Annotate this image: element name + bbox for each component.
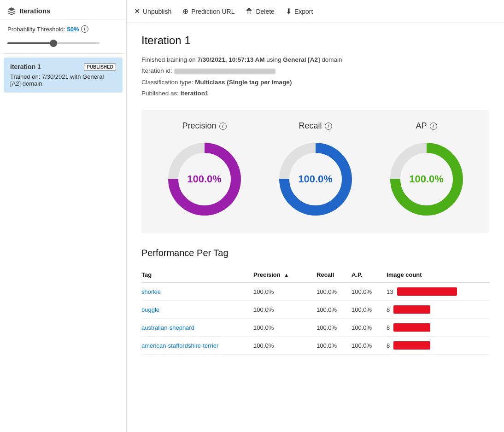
- delete-label: Delete: [256, 8, 274, 15]
- col-recall: Recall: [316, 268, 352, 282]
- table-row: australian-shephard100.0%100.0%100.0%8: [141, 319, 489, 337]
- recall-value: 100.0%: [316, 282, 352, 301]
- metric-card-precision: Precision i100.0%: [154, 121, 255, 218]
- donut-precision: 100.0%: [165, 140, 244, 218]
- sidebar: Iterations Probability Threshold: 50% i …: [0, 0, 127, 432]
- tag-link[interactable]: shorkie: [141, 288, 161, 295]
- performance-table: Tag Precision ▲ Recall A.P. Image count …: [141, 268, 489, 355]
- ap-value: 100.0%: [352, 319, 387, 337]
- published-badge: PUBLISHED: [84, 64, 116, 70]
- prediction-url-button[interactable]: ⊕ Prediction URL: [182, 5, 234, 18]
- tag-link[interactable]: american-staffordshire-terrier: [141, 342, 218, 349]
- iteration-name: Iteration 1: [10, 63, 41, 70]
- count-value: 8: [387, 306, 390, 313]
- col-spacer: [309, 268, 316, 282]
- tag-link[interactable]: australian-shephard: [141, 324, 194, 331]
- main-panel: ✕ Unpublish ⊕ Prediction URL 🗑 Delete ⬇ …: [127, 0, 504, 432]
- delete-icon: 🗑: [246, 7, 253, 16]
- precision-value: 100.0%: [253, 319, 309, 337]
- export-icon: ⬇: [286, 7, 292, 16]
- sidebar-title: Iterations: [19, 7, 51, 15]
- iteration-title: Iteration 1: [141, 34, 489, 47]
- ap-value: 100.0%: [352, 337, 387, 355]
- precision-value: 100.0%: [253, 282, 309, 301]
- metrics-section: Precision i100.0%Recall i100.0%AP i100.0…: [141, 110, 489, 233]
- count-bar: [393, 323, 430, 332]
- probability-label: Probability Threshold: 50% i: [7, 25, 119, 33]
- count-value: 8: [387, 324, 390, 331]
- export-button[interactable]: ⬇ Export: [286, 5, 313, 18]
- count-bar: [393, 341, 430, 350]
- count-cell: 8: [387, 337, 489, 355]
- count-value: 8: [387, 342, 390, 349]
- sidebar-header: Iterations: [0, 0, 126, 20]
- metric-card-ap: AP i100.0%: [376, 121, 477, 218]
- metric-info-icon-recall[interactable]: i: [325, 123, 332, 130]
- count-value: 13: [387, 288, 393, 295]
- globe-icon: ⊕: [182, 7, 188, 16]
- table-row: buggle100.0%100.0%100.0%8: [141, 301, 489, 319]
- content-area: Iteration 1 Finished training on 7/30/20…: [127, 23, 504, 432]
- count-cell: 8: [387, 301, 489, 319]
- table-row: american-staffordshire-terrier100.0%100.…: [141, 337, 489, 355]
- col-image-count: Image count: [387, 268, 489, 282]
- ap-value: 100.0%: [352, 282, 387, 301]
- precision-value: 100.0%: [253, 301, 309, 319]
- iteration-id-blurred: [174, 69, 275, 74]
- count-bar: [397, 287, 457, 296]
- table-row: shorkie100.0%100.0%100.0%13: [141, 282, 489, 301]
- slider-container: [7, 36, 119, 47]
- donut-value-recall: 100.0%: [298, 173, 333, 185]
- donut-ap: 100.0%: [387, 140, 466, 218]
- unpublish-button[interactable]: ✕ Unpublish: [134, 5, 171, 18]
- precision-value: 100.0%: [253, 337, 309, 355]
- recall-value: 100.0%: [316, 301, 352, 319]
- probability-section: Probability Threshold: 50% i: [0, 20, 126, 53]
- iteration-detail: Trained on: 7/30/2021 with General [A2] …: [10, 73, 116, 87]
- count-bar: [393, 305, 430, 314]
- recall-value: 100.0%: [316, 319, 352, 337]
- count-cell: 13: [387, 282, 489, 301]
- tag-link[interactable]: buggle: [141, 306, 159, 313]
- unpublish-icon: ✕: [134, 7, 140, 16]
- donut-recall: 100.0%: [276, 140, 355, 218]
- iteration-item[interactable]: Iteration 1 PUBLISHED Trained on: 7/30/2…: [4, 58, 123, 93]
- metric-card-recall: Recall i100.0%: [265, 121, 366, 218]
- col-tag: Tag: [141, 268, 253, 282]
- recall-value: 100.0%: [316, 337, 352, 355]
- ap-value: 100.0%: [352, 301, 387, 319]
- toolbar: ✕ Unpublish ⊕ Prediction URL 🗑 Delete ⬇ …: [127, 0, 504, 23]
- iteration-meta: Finished training on 7/30/2021, 10:57:13…: [141, 54, 489, 99]
- donut-value-ap: 100.0%: [409, 173, 444, 185]
- iteration-item-header: Iteration 1 PUBLISHED: [10, 63, 116, 70]
- col-precision[interactable]: Precision ▲: [253, 268, 309, 282]
- unpublish-label: Unpublish: [143, 8, 171, 15]
- metric-label-ap: AP i: [376, 121, 477, 131]
- perf-section-title: Performance Per Tag: [141, 248, 489, 258]
- count-cell: 8: [387, 319, 489, 337]
- probability-info-icon[interactable]: i: [81, 25, 88, 33]
- sort-arrow-precision: ▲: [284, 272, 289, 278]
- export-label: Export: [294, 8, 313, 15]
- prediction-url-label: Prediction URL: [191, 8, 234, 15]
- sidebar-divider: [4, 53, 123, 54]
- donut-value-precision: 100.0%: [187, 173, 222, 185]
- layers-icon: [7, 6, 16, 15]
- metric-label-precision: Precision i: [154, 121, 255, 131]
- probability-value: 50%: [67, 26, 79, 33]
- metric-info-icon-ap[interactable]: i: [430, 123, 437, 130]
- metric-label-recall: Recall i: [265, 121, 366, 131]
- delete-button[interactable]: 🗑 Delete: [246, 6, 274, 18]
- metric-info-icon-precision[interactable]: i: [219, 123, 227, 130]
- probability-slider[interactable]: [7, 42, 100, 44]
- col-ap: A.P.: [352, 268, 387, 282]
